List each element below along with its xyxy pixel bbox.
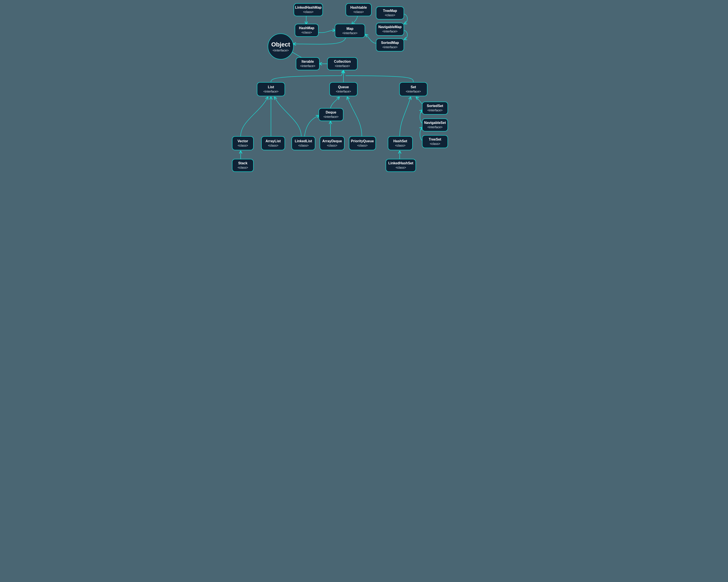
node-list: List <interface> [257,82,285,96]
node-treeset: TreeSet <class> [422,135,448,148]
node-stereo: <interface> [272,49,289,52]
node-title: Deque [326,110,336,115]
node-sortedmap: SortedMap <interface> [376,38,404,52]
node-title: HashMap [299,26,314,30]
node-stereo: <interface> [342,31,358,35]
node-navigableset: NavigableSet <interface> [422,118,448,132]
node-title: NavigableMap [378,25,402,29]
node-priorityqueue: PriorityQueue <class> [349,136,376,150]
node-deque: Deque <interface> [318,108,343,121]
node-stereo: <class> [385,13,395,17]
node-stereo: <class> [395,144,405,148]
node-title: List [268,85,274,89]
node-stereo: <class> [303,10,313,14]
node-hashtable: Hashtable <class> [346,3,371,16]
node-stereo: <interface> [300,64,315,68]
node-treemap: TreeMap <class> [376,6,404,20]
node-title: PriorityQueue [351,139,374,143]
node-stereo: <class> [298,144,309,148]
node-iterable: Iterable <interface> [296,57,320,70]
diagram-canvas: Object <interface> LinkedHashMap <class>… [229,0,499,216]
node-collection: Collection <interface> [327,57,358,70]
node-set: Set <interface> [399,82,427,96]
node-hashset: HashSet <class> [388,136,413,150]
node-stereo: <class> [357,144,367,148]
node-stereo: <interface> [335,64,350,68]
node-stereo: <interface> [427,126,443,129]
node-title: NavigableSet [424,121,446,125]
node-arraylist: ArrayList <class> [261,136,285,150]
node-linkedlist: LinkedList <class> [291,136,315,150]
node-stereo: <class> [354,10,364,14]
node-stereo: <class> [327,144,337,148]
node-title: LinkedList [295,139,312,143]
node-title: Hashtable [350,5,367,10]
node-title: SortedSet [427,104,443,108]
node-stereo: <class> [396,166,406,170]
node-title: SortedMap [381,40,399,45]
node-title: Vector [238,139,248,143]
node-sortedset: SortedSet <interface> [422,102,448,115]
node-stereo: <interface> [323,115,338,119]
node-title: ArrayDeque [322,139,342,143]
node-vector: Vector <class> [232,136,254,150]
node-stack: Stack <class> [232,159,254,172]
node-stereo: <class> [430,142,440,146]
node-hashmap: HashMap <class> [295,24,318,37]
node-map: Map <interface> [335,24,365,38]
node-stereo: <class> [238,166,248,170]
node-title: LinkedHashSet [388,161,413,165]
node-title: Set [411,85,416,89]
node-linkedhashmap: LinkedHashMap <class> [294,3,323,16]
node-stereo: <class> [302,31,312,35]
node-arraydeque: ArrayDeque <class> [320,136,344,150]
node-stereo: <interface> [382,46,397,49]
node-navigablemap: NavigableMap <interface> [376,23,404,36]
node-title: ArrayList [265,139,281,143]
node-title: Stack [238,161,248,165]
node-stereo: <interface> [406,90,421,93]
node-title: Iterable [302,59,314,64]
node-stereo: <interface> [263,90,279,93]
node-title: TreeSet [429,137,441,142]
node-stereo: <interface> [427,109,443,112]
node-title: Collection [334,59,350,64]
node-queue: Queue <interface> [329,82,358,96]
node-object: Object <interface> [268,33,294,59]
node-title: Object [271,41,290,48]
node-title: Queue [338,85,349,89]
node-linkedhashset: LinkedHashSet <class> [386,159,416,172]
node-title: Map [346,27,354,31]
node-stereo: <interface> [336,90,351,93]
node-title: TreeMap [383,9,397,13]
node-title: LinkedHashMap [295,5,321,10]
node-stereo: <interface> [382,30,397,33]
node-title: HashSet [393,139,407,143]
node-stereo: <class> [238,144,248,148]
node-stereo: <class> [268,144,278,148]
